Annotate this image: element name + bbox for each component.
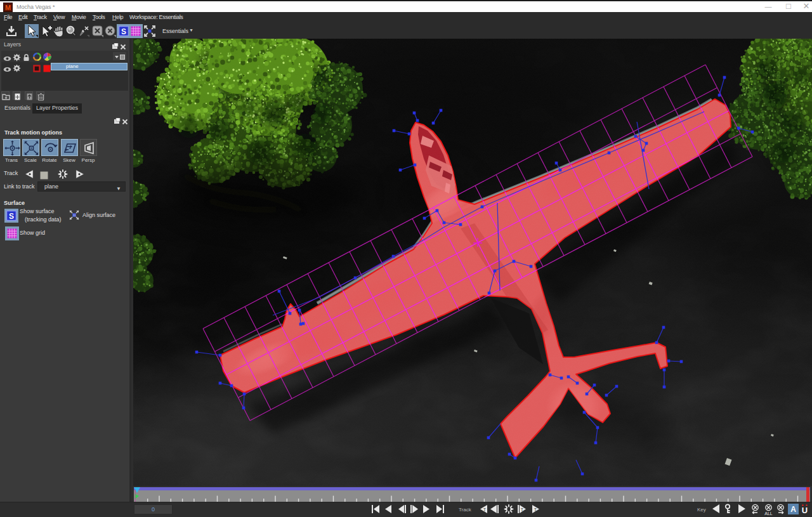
svg-text:11: 11 — [72, 213, 75, 217]
svg-text:T: T — [534, 507, 537, 512]
svg-text:T: T — [483, 507, 487, 512]
svg-text:T: T — [521, 507, 524, 512]
svg-text:A: A — [790, 505, 796, 514]
svg-text:S: S — [121, 27, 126, 36]
svg-text:S: S — [9, 212, 14, 221]
svg-text:U: U — [802, 506, 808, 514]
svg-text:ALL: ALL — [764, 511, 773, 516]
